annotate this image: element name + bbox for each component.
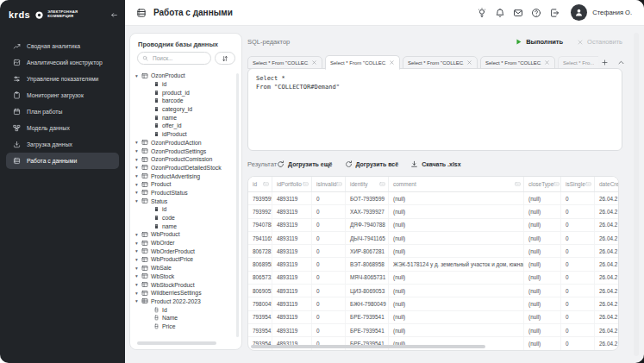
sidebar-item[interactable]: План работы [6, 103, 119, 120]
tab-close-icon[interactable] [466, 59, 472, 66]
column-header[interactable]: comment [389, 177, 524, 191]
column-menu-icon[interactable] [515, 181, 521, 187]
caret-down-icon[interactable]: ▾ [135, 190, 141, 195]
caret-down-icon[interactable]: ▾ [135, 266, 141, 271]
tree-table-item[interactable]: ▾OzonProductAction [135, 139, 234, 147]
caret-down-icon[interactable]: ▾ [135, 148, 141, 153]
tree-column-item[interactable]: idProduct [135, 130, 234, 139]
tree-table-item[interactable]: ▾Product 2022-2023 [135, 297, 234, 306]
tree-table-item[interactable]: ▾WbOrder [135, 239, 234, 247]
tree-table-item[interactable]: ▾Product [135, 180, 234, 189]
caret-down-icon[interactable]: ▾ [135, 241, 141, 246]
caret-down-icon[interactable]: ▾ [135, 140, 141, 145]
tree-table-item[interactable]: ▾WbProductPrice [135, 255, 234, 264]
tree-table-item[interactable]: ▾WbStockProduct [135, 280, 234, 289]
caret-down-icon[interactable]: ▾ [135, 298, 141, 304]
column-menu-icon[interactable] [379, 181, 385, 187]
table-row[interactable]: 793959948931190БОТ-7939599(null)(null)02… [248, 192, 619, 205]
avatar[interactable] [571, 4, 587, 21]
sidebar-item[interactable]: Работа с данными [6, 153, 119, 169]
tree-column-item[interactable]: Id [135, 305, 234, 314]
table-row[interactable]: 806895848931190ВЭТ-8068958ЖЭК-5178124 у … [248, 258, 619, 271]
table-row[interactable]: 806573148931190МЯЧ-8065731(null)(null)02… [248, 272, 619, 285]
column-header[interactable]: dateCre [595, 177, 619, 191]
tree-column-item[interactable]: id [135, 80, 234, 89]
table-row[interactable]: 794078848931190ДЯФ-7940788(null)(null)02… [248, 219, 619, 232]
tree-table-item[interactable]: ▾OzonProduct [135, 72, 234, 80]
collapse-editor-button[interactable] [617, 59, 625, 66]
table-row[interactable]: 793954148931190БРЕ-7939541(null)(null)02… [248, 337, 619, 350]
tree-table-item[interactable]: ▾Status [135, 197, 234, 205]
download-xlsx-button[interactable]: Скачать .xlsx [410, 160, 460, 168]
column-menu-icon[interactable] [263, 181, 269, 187]
stop-button[interactable]: Остановить [577, 38, 622, 46]
sidebar-item[interactable]: Аналитический конструктор [6, 54, 119, 71]
tree-table-item[interactable]: ▾OzonProductComission [135, 155, 234, 164]
tab-close-icon[interactable] [544, 59, 550, 66]
sidebar-item[interactable]: Сводная аналитика [6, 38, 119, 54]
table-row[interactable]: 793954148931190БРЕ-7939541(null)(null)02… [248, 324, 619, 337]
caret-down-icon[interactable]: ▾ [135, 282, 141, 287]
page-vertical-scrollbar[interactable] [634, 33, 639, 356]
tree-table-item[interactable]: ▾WbOrderProduct [135, 247, 234, 255]
bulb-icon[interactable] [477, 8, 487, 18]
sql-tab[interactable]: Select * From "COLLEC... [480, 56, 555, 69]
run-button[interactable]: Выполнить [515, 38, 563, 46]
caret-down-icon[interactable]: ▾ [135, 232, 141, 237]
column-header[interactable]: isSingle [561, 177, 595, 191]
sql-tab[interactable]: Select * From "COLLEC... [403, 56, 478, 69]
load-all-button[interactable]: Догрузить всё [345, 160, 399, 168]
tree-column-item[interactable]: name [135, 113, 234, 122]
table-row[interactable]: 794116548931190ДЫЧ-7941165(null)(null)02… [248, 232, 619, 245]
column-menu-icon[interactable] [336, 181, 342, 187]
caret-down-icon[interactable]: ▾ [135, 291, 141, 296]
caret-down-icon[interactable]: ▾ [135, 157, 141, 162]
tree-column-item[interactable]: id [135, 205, 234, 214]
column-menu-icon[interactable] [553, 181, 560, 187]
new-tab-button[interactable] [601, 59, 609, 66]
tree-column-item[interactable]: code [135, 214, 234, 222]
tree-table-item[interactable]: ▾OzonProductSettings [135, 147, 234, 155]
column-menu-icon[interactable] [303, 181, 309, 187]
sidebar-collapse-icon[interactable] [110, 11, 118, 19]
caret-down-icon[interactable]: ▾ [135, 173, 141, 178]
caret-down-icon[interactable]: ▾ [135, 182, 141, 187]
sql-tab[interactable]: Select * From "COLLEC... [325, 55, 400, 70]
caret-down-icon[interactable]: ▾ [135, 165, 141, 170]
tab-close-icon[interactable] [389, 59, 395, 66]
tree-table-item[interactable]: ▾WbProduct [135, 230, 234, 239]
column-header[interactable]: id [248, 177, 272, 191]
sql-tab[interactable]: Select * Fro... [558, 56, 598, 69]
column-menu-icon[interactable] [585, 181, 591, 187]
tree-table-item[interactable]: ▾ProductStatus [135, 189, 234, 197]
tree-column-item[interactable]: Price [135, 322, 234, 331]
caret-down-icon[interactable]: ▾ [135, 73, 141, 78]
table-row[interactable]: 793992748931190ХАХ-7939927(null)(null)02… [248, 205, 619, 218]
sidebar-item[interactable]: Управление показателями [6, 71, 119, 87]
sql-tab[interactable]: Select * From "COLLEC... [247, 56, 322, 69]
tree-column-item[interactable]: offer_id [135, 122, 234, 130]
column-header[interactable]: closeType [524, 177, 561, 191]
tree-column-item[interactable]: name [135, 222, 234, 230]
table-row[interactable]: 793954148931190БРЕ-7939541(null)(null)02… [248, 311, 619, 324]
help-icon[interactable] [531, 8, 541, 18]
tree-table-item[interactable]: ▾WildberriesSettings [135, 289, 234, 297]
caret-down-icon[interactable]: ▾ [135, 198, 141, 203]
tree-table-item[interactable]: ▾WbSale [135, 264, 234, 272]
sidebar-item[interactable]: Мониторинг загрузок [6, 87, 119, 103]
caret-down-icon[interactable]: ▾ [135, 248, 141, 253]
table-row[interactable]: 798004948931190БЖН-7980049(null)(null)02… [248, 297, 619, 310]
search-input[interactable] [151, 54, 206, 62]
tree-table-item[interactable]: ▾WbStock [135, 272, 234, 281]
column-header[interactable]: identity [346, 177, 389, 191]
tab-close-icon[interactable] [311, 59, 317, 66]
logout-icon[interactable] [549, 8, 560, 18]
sidebar-item[interactable]: Модель данных [6, 120, 119, 136]
bell-icon[interactable] [495, 8, 505, 18]
mail-icon[interactable] [513, 8, 523, 18]
explorer-vertical-scrollbar[interactable] [236, 73, 239, 337]
sql-editor[interactable]: Select * From "COLLECTOR#Demand" [247, 68, 622, 151]
caret-down-icon[interactable]: ▾ [135, 273, 141, 279]
load-more-button[interactable]: Догрузить ещё [277, 160, 332, 168]
tree-table-item[interactable]: ▾OzonProductDetailedStock [135, 164, 234, 172]
